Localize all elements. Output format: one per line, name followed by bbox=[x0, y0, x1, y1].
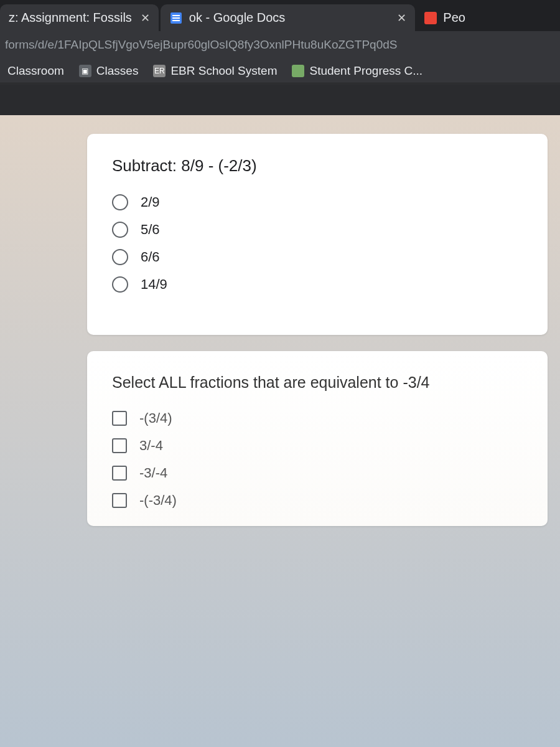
checkbox-option-3[interactable]: -(-3/4) bbox=[112, 492, 523, 509]
radio-icon bbox=[112, 276, 128, 293]
tab-title: ok - Google Docs bbox=[189, 11, 286, 25]
bookmark-classroom[interactable]: Classroom bbox=[4, 62, 68, 80]
person-icon bbox=[424, 12, 437, 24]
radio-option-0[interactable]: 2/9 bbox=[112, 194, 523, 210]
form-content: Subtract: 8/9 - (-2/3) 2/9 5/6 6/6 14/9 … bbox=[0, 115, 560, 747]
bookmark-student-progress[interactable]: Student Progress C... bbox=[288, 62, 426, 80]
close-icon[interactable]: ✕ bbox=[141, 11, 150, 25]
tab-strip: z: Assignment: Fossils ✕ ok - Google Doc… bbox=[0, 0, 560, 31]
ebr-icon: ER bbox=[153, 65, 166, 77]
radio-option-1[interactable]: 5/6 bbox=[112, 222, 523, 238]
radio-icon bbox=[112, 249, 128, 265]
tab-title: Peo bbox=[443, 11, 465, 25]
question-card-2: Select ALL fractions that are equivalent… bbox=[87, 351, 548, 526]
progress-icon bbox=[292, 65, 304, 77]
checkbox-option-1[interactable]: 3/-4 bbox=[112, 438, 523, 454]
option-label: -(-3/4) bbox=[139, 492, 177, 509]
browser-chrome: z: Assignment: Fossils ✕ ok - Google Doc… bbox=[0, 0, 560, 84]
checkbox-icon bbox=[112, 438, 127, 453]
tab-title: z: Assignment: Fossils bbox=[9, 11, 132, 25]
question-card-1: Subtract: 8/9 - (-2/3) 2/9 5/6 6/6 14/9 bbox=[87, 134, 548, 335]
bookmark-label: Classroom bbox=[7, 64, 64, 78]
tab-google-docs[interactable]: ok - Google Docs ✕ bbox=[161, 4, 416, 31]
radio-option-2[interactable]: 6/6 bbox=[112, 249, 523, 265]
option-label: 14/9 bbox=[141, 276, 167, 293]
url-text: forms/d/e/1FAIpQLSfjVgoV5ejBupr60glOsIQ8… bbox=[5, 38, 398, 52]
option-label: 3/-4 bbox=[139, 438, 163, 454]
classes-icon: ▣ bbox=[79, 65, 91, 77]
address-bar[interactable]: forms/d/e/1FAIpQLSfjVgoV5ejBupr60glOsIQ8… bbox=[0, 31, 560, 59]
tab-peo[interactable]: Peo bbox=[417, 4, 473, 31]
bookmarks-bar: Classroom ▣ Classes ER EBR School System… bbox=[0, 59, 560, 83]
checkbox-option-2[interactable]: -3/-4 bbox=[112, 465, 523, 481]
option-label: -3/-4 bbox=[139, 465, 167, 481]
checkbox-icon bbox=[112, 411, 127, 426]
checkbox-icon bbox=[112, 466, 127, 481]
bookmark-label: EBR School System bbox=[170, 64, 277, 78]
option-label: 6/6 bbox=[141, 249, 160, 265]
question-title: Select ALL fractions that are equivalent… bbox=[112, 374, 523, 392]
question-title: Subtract: 8/9 - (-2/3) bbox=[112, 156, 523, 176]
bookmark-classes[interactable]: ▣ Classes bbox=[75, 62, 142, 80]
bookmark-label: Classes bbox=[96, 64, 139, 78]
option-label: -(3/4) bbox=[139, 410, 172, 426]
checkbox-option-0[interactable]: -(3/4) bbox=[112, 410, 523, 426]
option-label: 5/6 bbox=[141, 222, 160, 238]
bookmark-label: Student Progress C... bbox=[309, 64, 422, 78]
tab-fossils[interactable]: z: Assignment: Fossils ✕ bbox=[0, 4, 159, 31]
checkbox-icon bbox=[112, 493, 127, 508]
bookmark-ebr[interactable]: ER EBR School System bbox=[149, 62, 281, 80]
radio-option-3[interactable]: 14/9 bbox=[112, 276, 523, 293]
option-label: 2/9 bbox=[141, 194, 160, 210]
toolbar-spacer bbox=[0, 84, 560, 115]
radio-icon bbox=[112, 222, 128, 238]
docs-icon bbox=[169, 11, 183, 25]
radio-icon bbox=[112, 194, 128, 210]
close-icon[interactable]: ✕ bbox=[397, 11, 406, 25]
